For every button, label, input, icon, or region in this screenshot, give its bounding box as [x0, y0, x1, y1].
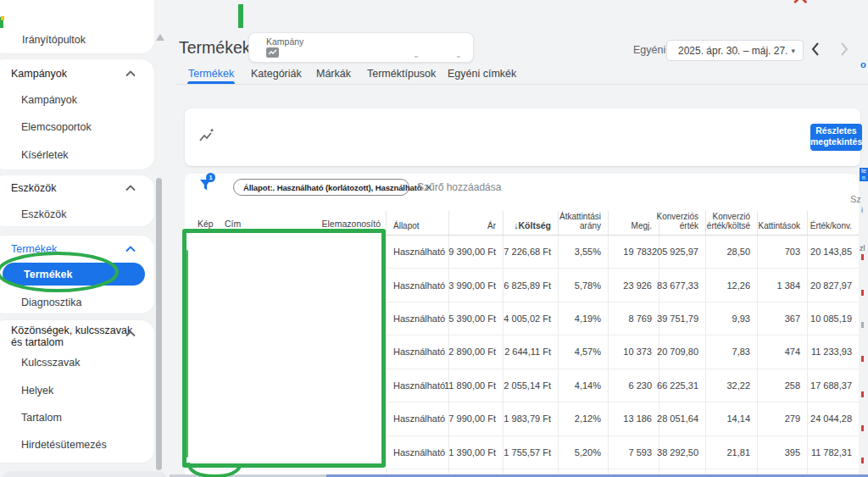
column-header-ar[interactable]: Ár — [448, 211, 503, 235]
scrollbar-up-arrow-icon[interactable] — [156, 34, 164, 41]
column-header-ertek_konv[interactable]: Érték/konv. — [807, 211, 859, 235]
next-period-chevron-icon[interactable] — [838, 40, 850, 58]
column-header-label[interactable]: Cím — [225, 219, 241, 229]
cell-kattintasok: 279 — [757, 402, 807, 435]
filter-chip[interactable]: Állapot:. Használható (korlátozott), Has… — [233, 179, 409, 196]
cell-ar: 7 990,00 Ft — [448, 402, 503, 435]
date-preset-label: Egyéni — [633, 44, 665, 56]
cell-kattintasok: 395 — [757, 436, 807, 469]
tab-3[interactable]: Márkák — [316, 68, 351, 80]
column-header-megj[interactable]: Megj. — [608, 211, 659, 235]
cell-konv_ertek_koltseg: 9,93 — [705, 302, 757, 336]
column-header-label: Állapot — [393, 221, 420, 230]
cell-ertek_konv: 20 143,85 — [807, 236, 859, 269]
cell-allapot: Használható — [386, 269, 448, 302]
sidebar-item-kulcsszavak[interactable]: Kulcsszavak — [21, 357, 80, 369]
sidebar-group-kampanyok[interactable]: Kampányok — [11, 68, 67, 80]
cell-konv_ertek_koltseg: 12,26 — [705, 269, 757, 302]
cell-konv_ertek_koltseg: 21,81 — [705, 436, 757, 469]
sidebar-item-eszkozok[interactable]: Eszközök — [21, 208, 67, 220]
chevron-up-icon[interactable] — [125, 330, 136, 337]
divider — [175, 84, 868, 85]
column-header-label: Ár — [487, 221, 496, 230]
clipped-mark — [861, 290, 864, 296]
sidebar-item-kampanyok[interactable]: Kampányok — [21, 94, 77, 106]
column-header-label: Érték/konv. — [810, 221, 852, 230]
filter-chip-label: Állapot:. Használható (korlátozott), Has… — [243, 183, 422, 192]
sidebar: Irányítópultok Kampányok Kampányok Elemc… — [0, 0, 175, 477]
annotation-green-stroke — [186, 250, 188, 458]
cell-allapot: Használható — [386, 369, 448, 402]
cell-allapot: Használható — [386, 436, 448, 469]
tab-4[interactable]: Terméktípusok — [367, 68, 436, 80]
clipped-text-fragment: zl — [860, 244, 865, 252]
column-header-label: Átkattintási arány — [559, 212, 601, 230]
chevron-up-icon[interactable] — [125, 70, 136, 77]
cell-ertek_konv: 24 044,28 — [807, 402, 859, 435]
cell-koltseg: 2 055,14 Ft — [503, 369, 558, 402]
clipped-text-fragment: n — [860, 175, 868, 181]
sidebar-item-helyek[interactable]: Helyek — [21, 385, 53, 397]
sidebar-item-elemcsoportok[interactable]: Elemcsoportok — [21, 121, 92, 133]
date-range-selector[interactable]: 2025. ápr. 30. – máj. 27. ▾ — [666, 40, 804, 61]
clipped-mark — [861, 322, 864, 328]
previous-period-chevron-icon[interactable] — [810, 40, 821, 58]
sidebar-card-next — [2, 471, 168, 477]
cell-koltseg: 1 755,57 Ft — [503, 436, 558, 469]
clipped-mark — [861, 458, 864, 463]
column-header-label: Költség — [518, 221, 551, 230]
view-details-button-line2: megtekintése — [810, 136, 862, 147]
tab-5[interactable]: Egyéni címkék — [448, 68, 516, 80]
column-header-atkatt[interactable]: Átkattintási arány — [558, 211, 608, 235]
insights-sparkle-icon — [198, 127, 216, 146]
sidebar-group-kozonsegek-line1[interactable]: Közönségek, kulcsszavak — [11, 324, 132, 336]
cell-megj: 6 230 — [608, 369, 659, 402]
clipped-blue-chip-fragment: te n — [860, 168, 868, 181]
cell-ertek_konv: 10 085,19 — [807, 302, 859, 336]
cell-kattintasok: 1 384 — [757, 269, 807, 302]
cell-ar: 3 990,00 Ft — [448, 269, 503, 302]
clipped-text-fragment: te — [860, 168, 868, 175]
cell-koltseg: 4 005,02 Ft — [503, 302, 558, 336]
sidebar-group-eszkozok[interactable]: Eszközök — [11, 182, 57, 194]
sidebar-item-iranyitopultok[interactable]: Irányítópultok — [22, 34, 86, 46]
cell-koltseg: 2 644,11 Ft — [503, 336, 558, 369]
sidebar-item-kiserletek[interactable]: Kísérletek — [21, 149, 69, 161]
cell-ar: 5 390,00 Ft — [448, 302, 503, 336]
cell-konv_ertek: 83 677,33 — [659, 269, 705, 302]
sidebar-item-hirdetesutemezes[interactable]: Hirdetésütemezés — [21, 439, 107, 451]
cell-koltseg: 6 825,89 Ft — [503, 269, 558, 302]
decorative-mark — [415, 56, 418, 58]
cell-ertek_konv: 17 688,37 — [807, 369, 859, 402]
column-header-kattintasok[interactable]: Kattintások — [757, 211, 807, 235]
page-title: Termékek — [179, 38, 251, 58]
cell-ertek_konv: 11 233,93 — [807, 336, 859, 369]
sidebar-scrollbar[interactable] — [156, 178, 162, 470]
cell-atkatt: 4,14% — [558, 369, 608, 402]
clipped-blue-o-fragment: o — [860, 59, 866, 69]
column-header-konv_ertek_koltseg[interactable]: Konverzió érték/költsé — [705, 211, 757, 235]
cell-allapot: Használható — [386, 402, 448, 435]
chevron-up-icon[interactable] — [125, 246, 136, 252]
column-header-allapot[interactable]: Állapot — [386, 211, 448, 235]
column-header-koltseg[interactable]: ↓ Költség — [503, 211, 558, 235]
view-details-button[interactable]: Részletes megtekintése — [810, 124, 862, 151]
cell-koltseg: 7 226,68 Ft — [503, 236, 558, 269]
tab-2[interactable]: Kategóriák — [251, 68, 302, 80]
column-header-konv_ertek[interactable]: Konverziós érték — [659, 211, 705, 235]
cell-kattintasok: 258 — [757, 369, 807, 402]
cell-konv_ertek: 39 751,79 — [659, 302, 705, 336]
sidebar-group-kozonsegek-line2[interactable]: és tartalom — [11, 336, 64, 348]
chevron-up-icon[interactable] — [125, 185, 136, 191]
sidebar-item-diagnosztika[interactable]: Diagnosztika — [21, 297, 82, 308]
cell-atkatt: 4,57% — [558, 336, 608, 369]
add-filter-button[interactable]: Szűrő hozzáadása — [417, 181, 501, 193]
sidebar-item-tartalom[interactable]: Tartalom — [21, 412, 62, 424]
campaign-selector[interactable]: Kampány — [248, 32, 474, 63]
column-header-label[interactable]: Kép — [198, 219, 214, 229]
cell-megj: 23 926 — [608, 269, 659, 302]
cell-ertek_konv: 11 782,31 — [807, 436, 859, 469]
column-header-label[interactable]: Elemazonosító — [322, 219, 381, 229]
cell-kattintasok: 474 — [757, 336, 807, 369]
tab-1[interactable]: Termékek — [188, 68, 234, 80]
